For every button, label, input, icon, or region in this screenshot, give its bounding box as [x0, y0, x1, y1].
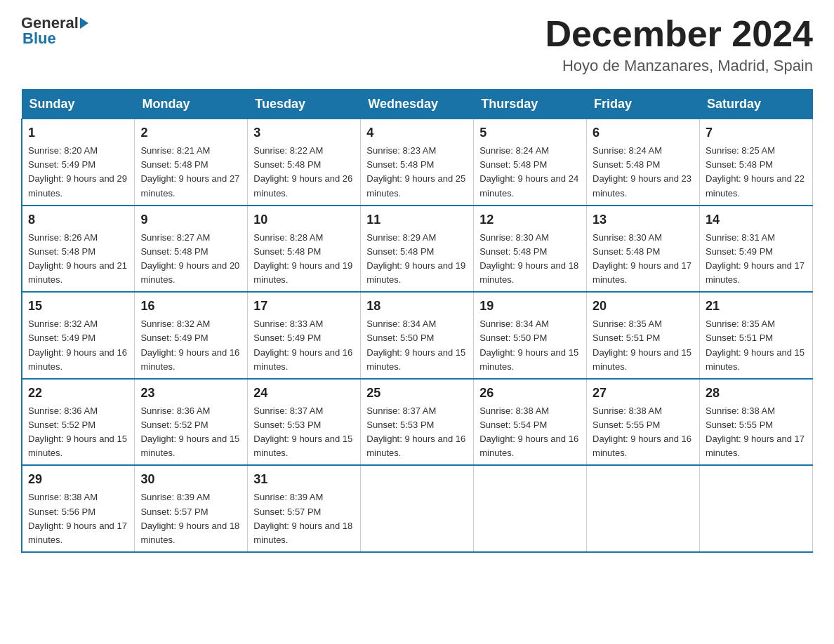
- month-title: December 2024: [545, 14, 813, 54]
- calendar-cell: 31Sunrise: 8:39 AMSunset: 5:57 PMDayligh…: [248, 465, 361, 552]
- calendar-cell: 27Sunrise: 8:38 AMSunset: 5:55 PMDayligh…: [587, 379, 700, 466]
- day-number: 3: [253, 123, 355, 142]
- calendar-week-row: 15Sunrise: 8:32 AMSunset: 5:49 PMDayligh…: [22, 292, 813, 379]
- day-info: Sunrise: 8:36 AMSunset: 5:52 PMDaylight:…: [28, 405, 127, 458]
- day-info: Sunrise: 8:24 AMSunset: 5:48 PMDaylight:…: [479, 145, 578, 198]
- calendar-cell: 11Sunrise: 8:29 AMSunset: 5:48 PMDayligh…: [361, 206, 474, 293]
- day-info: Sunrise: 8:24 AMSunset: 5:48 PMDaylight:…: [593, 145, 691, 198]
- day-info: Sunrise: 8:32 AMSunset: 5:49 PMDaylight:…: [28, 318, 127, 371]
- day-number: 13: [593, 210, 694, 229]
- calendar-cell: 1Sunrise: 8:20 AMSunset: 5:49 PMDaylight…: [22, 119, 135, 206]
- day-info: Sunrise: 8:39 AMSunset: 5:57 PMDaylight:…: [140, 492, 239, 544]
- calendar-cell: 15Sunrise: 8:32 AMSunset: 5:49 PMDayligh…: [22, 292, 135, 379]
- day-number: 23: [140, 384, 241, 403]
- day-info: Sunrise: 8:35 AMSunset: 5:51 PMDaylight:…: [706, 318, 805, 371]
- column-header-tuesday: Tuesday: [248, 90, 361, 119]
- location-text: Hoyo de Manzanares, Madrid, Spain: [545, 57, 813, 75]
- logo-arrow-icon: [80, 18, 88, 29]
- day-info: Sunrise: 8:30 AMSunset: 5:48 PMDaylight:…: [479, 232, 578, 285]
- calendar-cell: 6Sunrise: 8:24 AMSunset: 5:48 PMDaylight…: [587, 119, 700, 206]
- day-info: Sunrise: 8:39 AMSunset: 5:57 PMDaylight:…: [253, 492, 352, 544]
- day-info: Sunrise: 8:33 AMSunset: 5:49 PMDaylight:…: [253, 318, 352, 371]
- day-number: 9: [140, 210, 241, 229]
- day-number: 5: [479, 123, 581, 142]
- day-info: Sunrise: 8:31 AMSunset: 5:49 PMDaylight:…: [706, 232, 805, 285]
- day-number: 1: [28, 123, 128, 142]
- day-number: 24: [253, 384, 355, 403]
- calendar-cell: 3Sunrise: 8:22 AMSunset: 5:48 PMDaylight…: [248, 119, 361, 206]
- day-number: 26: [479, 384, 581, 403]
- page-header: General Blue December 2024 Hoyo de Manza…: [21, 14, 813, 75]
- day-info: Sunrise: 8:38 AMSunset: 5:54 PMDaylight:…: [479, 405, 578, 458]
- day-number: 18: [366, 297, 468, 316]
- column-header-wednesday: Wednesday: [361, 90, 474, 119]
- calendar-cell: [587, 465, 700, 552]
- day-info: Sunrise: 8:23 AMSunset: 5:48 PMDaylight:…: [366, 145, 465, 198]
- day-info: Sunrise: 8:28 AMSunset: 5:48 PMDaylight:…: [253, 232, 352, 285]
- calendar-cell: 24Sunrise: 8:37 AMSunset: 5:53 PMDayligh…: [248, 379, 361, 466]
- calendar-cell: 26Sunrise: 8:38 AMSunset: 5:54 PMDayligh…: [474, 379, 587, 466]
- calendar-cell: 12Sunrise: 8:30 AMSunset: 5:48 PMDayligh…: [474, 206, 587, 293]
- calendar-cell: 16Sunrise: 8:32 AMSunset: 5:49 PMDayligh…: [135, 292, 248, 379]
- calendar-cell: 20Sunrise: 8:35 AMSunset: 5:51 PMDayligh…: [587, 292, 700, 379]
- day-info: Sunrise: 8:27 AMSunset: 5:48 PMDaylight:…: [140, 232, 239, 285]
- calendar-cell: [361, 465, 474, 552]
- day-info: Sunrise: 8:38 AMSunset: 5:55 PMDaylight:…: [706, 405, 805, 458]
- calendar-week-row: 22Sunrise: 8:36 AMSunset: 5:52 PMDayligh…: [22, 379, 813, 466]
- day-number: 21: [706, 297, 807, 316]
- day-number: 30: [140, 470, 241, 489]
- day-info: Sunrise: 8:21 AMSunset: 5:48 PMDaylight:…: [140, 145, 239, 198]
- logo-blue-text: Blue: [22, 29, 56, 48]
- day-number: 7: [706, 123, 807, 142]
- column-header-monday: Monday: [135, 90, 248, 119]
- column-header-thursday: Thursday: [474, 90, 587, 119]
- day-number: 25: [366, 384, 468, 403]
- calendar-cell: 14Sunrise: 8:31 AMSunset: 5:49 PMDayligh…: [700, 206, 813, 293]
- day-number: 4: [366, 123, 468, 142]
- column-header-friday: Friday: [587, 90, 700, 119]
- day-number: 29: [28, 470, 128, 489]
- calendar-cell: [700, 465, 813, 552]
- day-info: Sunrise: 8:34 AMSunset: 5:50 PMDaylight:…: [366, 318, 465, 371]
- day-number: 10: [253, 210, 355, 229]
- day-number: 27: [593, 384, 694, 403]
- day-info: Sunrise: 8:34 AMSunset: 5:50 PMDaylight:…: [479, 318, 578, 371]
- calendar-cell: 22Sunrise: 8:36 AMSunset: 5:52 PMDayligh…: [22, 379, 135, 466]
- day-info: Sunrise: 8:29 AMSunset: 5:48 PMDaylight:…: [366, 232, 465, 285]
- calendar-cell: [474, 465, 587, 552]
- day-number: 20: [593, 297, 694, 316]
- day-info: Sunrise: 8:20 AMSunset: 5:49 PMDaylight:…: [28, 145, 127, 198]
- day-number: 8: [28, 210, 128, 229]
- calendar-cell: 5Sunrise: 8:24 AMSunset: 5:48 PMDaylight…: [474, 119, 587, 206]
- title-area: December 2024 Hoyo de Manzanares, Madrid…: [545, 14, 813, 75]
- day-info: Sunrise: 8:30 AMSunset: 5:48 PMDaylight:…: [593, 232, 691, 285]
- calendar-cell: 13Sunrise: 8:30 AMSunset: 5:48 PMDayligh…: [587, 206, 700, 293]
- calendar-cell: 21Sunrise: 8:35 AMSunset: 5:51 PMDayligh…: [700, 292, 813, 379]
- calendar-cell: 28Sunrise: 8:38 AMSunset: 5:55 PMDayligh…: [700, 379, 813, 466]
- day-number: 17: [253, 297, 355, 316]
- day-info: Sunrise: 8:38 AMSunset: 5:56 PMDaylight:…: [28, 492, 127, 544]
- day-info: Sunrise: 8:32 AMSunset: 5:49 PMDaylight:…: [140, 318, 239, 371]
- day-number: 6: [593, 123, 694, 142]
- calendar-cell: 30Sunrise: 8:39 AMSunset: 5:57 PMDayligh…: [135, 465, 248, 552]
- day-number: 12: [479, 210, 581, 229]
- calendar-week-row: 1Sunrise: 8:20 AMSunset: 5:49 PMDaylight…: [22, 119, 813, 206]
- day-number: 2: [140, 123, 241, 142]
- day-info: Sunrise: 8:38 AMSunset: 5:55 PMDaylight:…: [593, 405, 691, 458]
- day-number: 16: [140, 297, 241, 316]
- column-header-saturday: Saturday: [700, 90, 813, 119]
- calendar-cell: 29Sunrise: 8:38 AMSunset: 5:56 PMDayligh…: [22, 465, 135, 552]
- day-number: 15: [28, 297, 128, 316]
- calendar-week-row: 29Sunrise: 8:38 AMSunset: 5:56 PMDayligh…: [22, 465, 813, 552]
- calendar-cell: 2Sunrise: 8:21 AMSunset: 5:48 PMDaylight…: [135, 119, 248, 206]
- logo: General Blue: [21, 14, 90, 48]
- calendar-cell: 10Sunrise: 8:28 AMSunset: 5:48 PMDayligh…: [248, 206, 361, 293]
- day-number: 28: [706, 384, 807, 403]
- day-number: 19: [479, 297, 581, 316]
- calendar-cell: 25Sunrise: 8:37 AMSunset: 5:53 PMDayligh…: [361, 379, 474, 466]
- calendar-cell: 17Sunrise: 8:33 AMSunset: 5:49 PMDayligh…: [248, 292, 361, 379]
- calendar-cell: 8Sunrise: 8:26 AMSunset: 5:48 PMDaylight…: [22, 206, 135, 293]
- day-info: Sunrise: 8:26 AMSunset: 5:48 PMDaylight:…: [28, 232, 127, 285]
- day-info: Sunrise: 8:35 AMSunset: 5:51 PMDaylight:…: [593, 318, 691, 371]
- calendar-cell: 4Sunrise: 8:23 AMSunset: 5:48 PMDaylight…: [361, 119, 474, 206]
